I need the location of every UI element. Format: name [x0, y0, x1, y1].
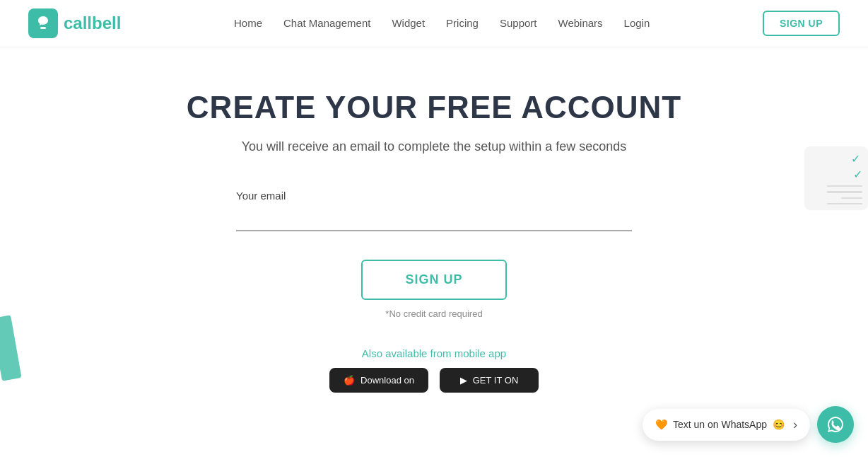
email-input[interactable]	[236, 206, 632, 231]
mobile-app-link[interactable]: from mobile app	[430, 347, 507, 359]
nav-webinars[interactable]: Webinars	[558, 17, 603, 29]
getiton-btn-label: GET IT ON	[473, 375, 519, 386]
mobile-text-before: Also available	[362, 347, 430, 359]
decorative-left-bar	[0, 315, 22, 381]
main-content: ✓ ✓ CREATE YOUR FREE ACCOUNT You will re…	[0, 47, 868, 421]
navbar: callbell Home Chat Management Widget Pri…	[0, 0, 868, 47]
whatsapp-emoji-left: 🧡	[655, 419, 667, 430]
hero-subtitle: You will receive an email to complete th…	[242, 139, 627, 154]
circle-check-icon: ✓	[853, 168, 862, 181]
nav-links: Home Chat Management Widget Pricing Supp…	[234, 17, 650, 30]
mobile-app-text: Also available from mobile app	[362, 347, 506, 359]
whatsapp-emoji-right: 😊	[773, 419, 785, 430]
decorative-line-3	[841, 197, 862, 199]
main-signup-button[interactable]: SIGN UP	[361, 260, 506, 300]
page-title: CREATE YOUR FREE ACCOUNT	[187, 90, 681, 125]
decorative-right-card: ✓ ✓	[804, 146, 868, 210]
brand-name: callbell	[64, 13, 121, 33]
decorative-line-4	[827, 203, 862, 204]
nav-support[interactable]: Support	[500, 17, 537, 29]
whatsapp-icon-button[interactable]	[817, 406, 854, 443]
nav-login[interactable]: Login	[624, 17, 650, 29]
whatsapp-widget: 🧡 Text un on WhatsApp 😊 ›	[643, 406, 854, 443]
no-credit-text: *No credit card required	[385, 308, 482, 319]
email-label: Your email	[236, 190, 286, 202]
whatsapp-text: Text un on WhatsApp	[673, 419, 767, 430]
app-buttons-row: 🍎 Download on ▶ GET IT ON	[329, 368, 539, 393]
whatsapp-arrow-icon: ›	[793, 417, 797, 432]
whatsapp-bubble[interactable]: 🧡 Text un on WhatsApp 😊 ›	[643, 409, 810, 441]
apple-icon: 🍎	[344, 375, 355, 386]
svg-rect-0	[40, 27, 46, 29]
decorative-line-2	[827, 191, 862, 192]
nav-widget[interactable]: Widget	[392, 17, 425, 29]
get-it-on-button[interactable]: ▶ GET IT ON	[440, 368, 539, 393]
logo-icon	[28, 8, 58, 38]
signup-form: Your email SIGN UP *No credit card requi…	[236, 190, 632, 319]
download-btn-label: Download on	[360, 375, 414, 386]
nav-pricing[interactable]: Pricing	[446, 17, 479, 29]
google-play-icon: ▶	[460, 375, 467, 386]
nav-signup-button[interactable]: SIGN UP	[763, 11, 840, 36]
logo-area[interactable]: callbell	[28, 8, 121, 38]
nav-chat-management[interactable]: Chat Management	[283, 17, 370, 29]
nav-home[interactable]: Home	[234, 17, 262, 29]
download-on-button[interactable]: 🍎 Download on	[329, 368, 428, 393]
check-icon: ✓	[851, 152, 862, 163]
decorative-line-1	[827, 185, 862, 187]
